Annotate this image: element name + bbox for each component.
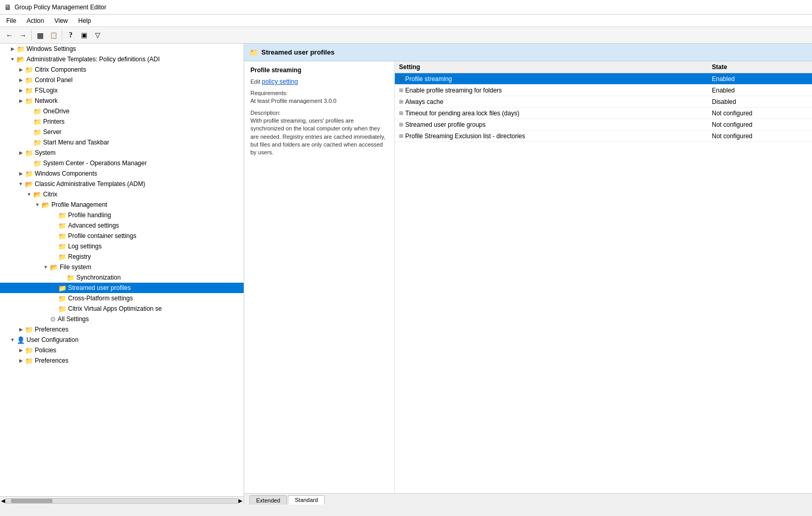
setting-icon-3: ⊞: [399, 110, 403, 116]
properties-button[interactable]: ▣: [78, 29, 90, 42]
back-button[interactable]: ←: [3, 29, 16, 42]
tree-label-preferences-user: Preferences: [35, 357, 69, 364]
col-state[interactable]: State: [708, 61, 812, 73]
tree-item-log-settings[interactable]: 📁 Log settings: [0, 241, 244, 252]
tree-item-preferences-computer[interactable]: ▶ 📁 Preferences: [0, 324, 244, 335]
filter-button[interactable]: ▽: [91, 29, 104, 42]
settings-row-0[interactable]: ⊞ Profile streaming Enabled: [395, 73, 812, 85]
tree-item-citrix-virtual[interactable]: 📁 Citrix Virtual Apps Optimization se: [0, 303, 244, 314]
hscroll-left-btn[interactable]: ◀: [1, 498, 5, 504]
tree-item-citrix-components[interactable]: ▶ 📁 Citrix Components: [0, 64, 244, 75]
setting-icon-4: ⊞: [399, 122, 403, 127]
tree-hscroll[interactable]: ◀ ▶: [0, 496, 244, 505]
expand-system[interactable]: ▶: [17, 149, 25, 157]
tree-item-cross-platform[interactable]: 📁 Cross-Platform settings: [0, 293, 244, 303]
expand-network[interactable]: ▶: [17, 97, 25, 105]
tree-item-file-system[interactable]: ▼ 📂 File system: [0, 262, 244, 272]
desc-requirements-text: At least Profile management 3.0.0: [250, 97, 388, 105]
tab-standard[interactable]: Standard: [288, 495, 325, 505]
forward-button[interactable]: →: [17, 29, 29, 42]
tree-item-profile-management[interactable]: ▼ 📂 Profile Management: [0, 200, 244, 210]
expand-admin-templates[interactable]: ▼: [8, 55, 17, 63]
tree-label-log-settings: Log settings: [68, 243, 102, 250]
tree-item-admin-templates[interactable]: ▼ 📂 Administrative Templates: Policy def…: [0, 54, 244, 64]
tree-item-advanced-settings[interactable]: 📁 Advanced settings: [0, 220, 244, 231]
folder-icon-citrix-virtual: 📁: [58, 305, 66, 313]
menu-action[interactable]: Action: [24, 16, 46, 25]
menu-view[interactable]: View: [52, 16, 70, 25]
help-button[interactable]: ?: [64, 29, 77, 42]
right-pane: 📁 Streamed user profiles Profile streami…: [244, 44, 812, 505]
expand-citrix-components[interactable]: ▶: [17, 65, 25, 74]
show-hide-button[interactable]: ▦: [34, 29, 46, 42]
main-container: ▶ 📁 Windows Settings ▼ 📂 Administrative …: [0, 44, 812, 505]
expand-fslogix[interactable]: ▶: [17, 86, 25, 95]
expand-preferences-computer[interactable]: ▶: [17, 325, 25, 334]
tree-item-server[interactable]: 📁 Server: [0, 127, 244, 137]
setting-name-cell-0: ⊞ Profile streaming: [395, 73, 708, 85]
tree-label-admin-templates: Administrative Templates: Policy definit…: [26, 56, 160, 63]
tree-item-fslogix[interactable]: ▶ 📁 FSLogix: [0, 85, 244, 96]
setting-icon-5: ⊞: [399, 133, 403, 139]
expand-file-system[interactable]: ▼: [42, 263, 50, 271]
settings-row-2[interactable]: ⊞ Always cache Disabled: [395, 96, 812, 108]
tree-item-user-config[interactable]: ▼ 👤 User Configuration: [0, 335, 244, 345]
tree-item-windows-components[interactable]: ▶ 📁 Windows Components: [0, 168, 244, 179]
tree-item-preferences-user[interactable]: ▶ 📁 Preferences: [0, 355, 244, 366]
tree-item-onedrive[interactable]: 📁 OneDrive: [0, 106, 244, 116]
expand-profile-management[interactable]: ▼: [33, 201, 42, 209]
tree-item-profile-handling[interactable]: 📁 Profile handling: [0, 210, 244, 220]
tree-item-all-settings[interactable]: ⚙ All Settings: [0, 314, 244, 324]
tree-item-policies[interactable]: ▶ 📁 Policies: [0, 345, 244, 355]
desc-policy-link[interactable]: policy setting: [262, 78, 298, 85]
expand-windows-components[interactable]: ▶: [17, 169, 25, 178]
title-bar: 🖥 Group Policy Management Editor: [0, 0, 812, 15]
expand-preferences-user[interactable]: ▶: [17, 356, 25, 365]
hscroll-right-btn[interactable]: ▶: [238, 498, 243, 504]
expand-policies[interactable]: ▶: [17, 346, 25, 354]
tree-item-start-menu[interactable]: 📁 Start Menu and Taskbar: [0, 137, 244, 148]
tree-item-registry[interactable]: 📁 Registry: [0, 252, 244, 262]
tree-label-preferences-computer: Preferences: [35, 326, 69, 333]
export-button[interactable]: 📋: [47, 29, 60, 42]
expand-classic-admin[interactable]: ▼: [17, 180, 25, 188]
tree-item-classic-admin[interactable]: ▼ 📂 Classic Administrative Templates (AD…: [0, 179, 244, 189]
tree-label-control-panel: Control Panel: [35, 76, 73, 84]
settings-row-5[interactable]: ⊞ Profile Streaming Exclusion list - dir…: [395, 130, 812, 142]
tree-item-system-center[interactable]: 📁 System Center - Operations Manager: [0, 158, 244, 168]
tree-item-system[interactable]: ▶ 📁 System: [0, 148, 244, 158]
tree-item-profile-container[interactable]: 📁 Profile container settings: [0, 231, 244, 241]
menu-file[interactable]: File: [4, 16, 18, 25]
tab-extended[interactable]: Extended: [249, 495, 287, 505]
settings-row-3[interactable]: ⊞ Timeout for pending area lock files (d…: [395, 108, 812, 119]
tree-item-synchronization[interactable]: 📁 Synchronization: [0, 272, 244, 283]
tree-label-cross-platform: Cross-Platform settings: [68, 295, 133, 302]
tree-item-control-panel[interactable]: ▶ 📁 Control Panel: [0, 75, 244, 85]
setting-icon-2: ⊞: [399, 99, 403, 104]
desc-description-section: Description: With profile streaming, use…: [250, 110, 388, 157]
expand-user-config[interactable]: ▼: [8, 336, 17, 344]
setting-state-4: Not configured: [708, 119, 812, 130]
expand-citrix[interactable]: ▼: [25, 190, 33, 199]
settings-row-4[interactable]: ⊞ Streamed user profile groups Not confi…: [395, 119, 812, 130]
setting-name-4: Streamed user profile groups: [405, 121, 486, 128]
menu-help[interactable]: Help: [76, 16, 94, 25]
tree-label-policies: Policies: [35, 347, 56, 354]
setting-state-1: Enabled: [708, 85, 812, 96]
tree-item-windows-settings[interactable]: ▶ 📁 Windows Settings: [0, 44, 244, 54]
col-setting[interactable]: Setting: [395, 61, 708, 73]
desc-setting-title: Profile streaming: [250, 67, 388, 74]
user-config-icon: 👤: [17, 336, 25, 344]
hscroll-thumb[interactable]: [11, 499, 52, 503]
tree-item-citrix[interactable]: ▼ 📂 Citrix: [0, 189, 244, 200]
hscroll-track[interactable]: [5, 498, 238, 504]
tree-item-streamed-user-profiles[interactable]: 📁 Streamed user profiles: [0, 283, 244, 293]
tree-item-network[interactable]: ▶ 📁 Network: [0, 96, 244, 106]
tree-label-network: Network: [35, 97, 58, 104]
expand-control-panel[interactable]: ▶: [17, 76, 25, 84]
expand-windows-settings[interactable]: ▶: [8, 45, 17, 53]
tree-item-printers[interactable]: 📁 Printers: [0, 116, 244, 127]
settings-row-1[interactable]: ⊞ Enable profile streaming for folders E…: [395, 85, 812, 96]
app-title: Group Policy Management Editor: [15, 4, 107, 11]
toolbar-separator-2: [62, 30, 62, 41]
